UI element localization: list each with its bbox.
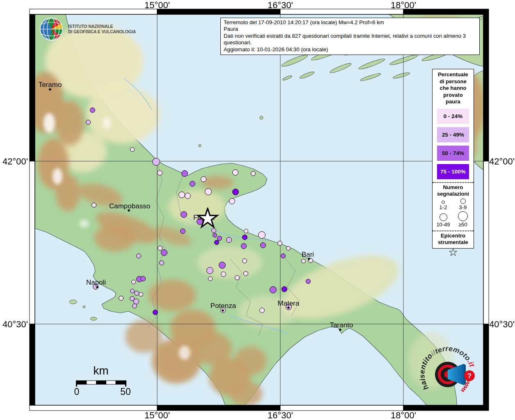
- questionnaire-point: [277, 241, 282, 246]
- questionnaire-point: [90, 107, 95, 113]
- questionnaire-point: [130, 147, 135, 152]
- questionnaire-point: [232, 189, 239, 195]
- questionnaire-point: [180, 228, 185, 234]
- questionnaire-point: [185, 193, 191, 199]
- questionnaire-point: [221, 272, 226, 277]
- questionnaire-point: [258, 231, 266, 239]
- legend-swatch-0-24: 0 - 24%: [437, 109, 469, 124]
- questionnaire-point: [242, 235, 247, 240]
- questionnaire-point: [152, 158, 160, 166]
- legend-swatch-75-100: 75 - 100%: [437, 164, 469, 179]
- questionnaire-point: [153, 310, 158, 315]
- questionnaire-point: [208, 276, 213, 281]
- questionnaire-point: [161, 249, 167, 256]
- count-circle-medium-icon: [460, 199, 466, 204]
- questionnaire-point: [219, 262, 226, 269]
- city-label-campobasso: Campobasso: [109, 202, 150, 210]
- legend-count-symbols: 1-2 3-9 10-49 ≥50: [433, 198, 474, 228]
- questionnaire-point: [229, 198, 235, 204]
- questionnaire-point: [140, 276, 146, 281]
- legend-separator: [433, 182, 474, 183]
- questionnaire-point: [86, 120, 91, 125]
- ingv-logo: ISTITUTO NAZIONALE DI GEOFISICA E VULCAN…: [39, 16, 142, 42]
- legend-separator: [433, 231, 474, 231]
- legend-count-1-2: 1-2: [434, 199, 453, 210]
- legend-swatch-25-49: 25 - 49%: [437, 127, 469, 142]
- info-line-updated: Aggiornato il: 10-01-2026 04:30 (ora loc…: [224, 46, 476, 53]
- questionnaire-point: [159, 260, 164, 265]
- questionnaire-point: [232, 169, 238, 176]
- questionnaire-point: [260, 242, 266, 248]
- questionnaire-point: [201, 176, 206, 182]
- legend-counts-title: Numero segnalazioni: [433, 184, 474, 198]
- questionnaire-point: [281, 253, 286, 258]
- axis-label-top-15: 15°00': [135, 0, 180, 11]
- questionnaire-point: [132, 304, 137, 308]
- scalebar-title: km: [76, 364, 126, 377]
- axis-label-left-42: 42°00': [0, 156, 38, 167]
- city-label-napoli: Napoli: [86, 278, 106, 287]
- axis-label-top-1630: 16°30': [258, 0, 303, 11]
- legend-count-10-49: 10-49: [434, 211, 453, 228]
- count-circle-small-icon: [442, 201, 445, 204]
- questionnaire-point: [131, 280, 136, 284]
- questionnaire-point: [301, 259, 306, 263]
- questionnaire-point: [190, 181, 195, 187]
- questionnaire-point: [244, 229, 248, 233]
- legend-swatch-50-74: 50 - 74%: [437, 146, 469, 161]
- legend-epicenter-title: Epicentro strumentale: [433, 233, 474, 246]
- legend-count-3-9: 3-9: [453, 199, 472, 210]
- axis-label-bottom-1630: 16°30': [258, 410, 303, 420]
- count-circle-xlarge-icon: [458, 211, 468, 221]
- questionnaire-point: [270, 286, 277, 293]
- questionnaire-point: [179, 192, 185, 198]
- watermark-text-haisentito: haisentito: [418, 352, 434, 391]
- info-line-data-note: Dati non verificati estratti da 827 ques…: [224, 33, 476, 46]
- axis-label-right-42: 42°00': [479, 156, 515, 167]
- questionnaire-point: [226, 237, 232, 243]
- questionnaire-point: [242, 258, 247, 263]
- axis-label-left-4030: 40°30': [0, 319, 38, 330]
- questionnaire-point: [282, 286, 287, 292]
- questionnaire-point: [259, 308, 265, 313]
- info-line-map-type: Paura: [224, 26, 476, 32]
- legend-title: Percentuale di persone che hanno provato…: [433, 71, 474, 105]
- questionnaire-point: [157, 170, 163, 176]
- axis-label-bottom-15: 15°00': [135, 410, 180, 420]
- questionnaire-point: [243, 271, 248, 276]
- questionnaire-point: [286, 246, 291, 251]
- questionnaire-point: [92, 203, 96, 208]
- legend-count-50plus: ≥50: [453, 211, 472, 228]
- questionnaire-point: [251, 171, 256, 176]
- questionnaire-point: [134, 291, 139, 296]
- questionnaire-point: [119, 296, 124, 301]
- questionnaire-point: [206, 267, 213, 274]
- epicenter-star: [196, 208, 219, 230]
- axis-label-top-18: 18°00': [381, 0, 426, 11]
- watermark-text-terremoto: terremoto: [434, 346, 472, 362]
- questionnaire-point: [181, 170, 188, 177]
- city-label-potenza: Potenza: [211, 302, 236, 310]
- questionnaire-point: [213, 233, 217, 237]
- watermark-question-mark: ?: [467, 372, 472, 380]
- city-label-bari: Bari: [302, 251, 314, 259]
- count-circle-large-icon: [439, 213, 447, 221]
- questionnaire-point: [205, 188, 212, 195]
- questionnaire-point: [130, 289, 135, 293]
- city-label-matera: Matera: [278, 299, 300, 308]
- ingv-logo-text: ISTITUTO NAZIONALE DI GEOFISICA E VULCAN…: [68, 24, 136, 35]
- legend: Percentuale di persone che hanno provato…: [432, 69, 474, 249]
- questionnaire-point: [214, 240, 219, 245]
- questionnaire-point: [139, 292, 143, 297]
- axis-label-right-4030: 40°30': [479, 319, 515, 330]
- city-label-teramo: Teramo: [39, 81, 62, 89]
- ingv-globe-icon: [39, 16, 64, 42]
- questionnaire-point: [306, 279, 311, 284]
- questionnaire-point: [136, 253, 141, 258]
- scalebar-start-label: 0: [64, 386, 89, 397]
- city-label-taranto: Taranto: [330, 321, 353, 329]
- earthquake-info-box: Terremoto del 17-09-2010 14:20:17 (ora l…: [220, 18, 480, 55]
- scalebar-end-label: 50: [113, 386, 138, 397]
- epicenter-star-icon: ☆: [433, 247, 474, 258]
- questionnaire-point: [181, 211, 187, 218]
